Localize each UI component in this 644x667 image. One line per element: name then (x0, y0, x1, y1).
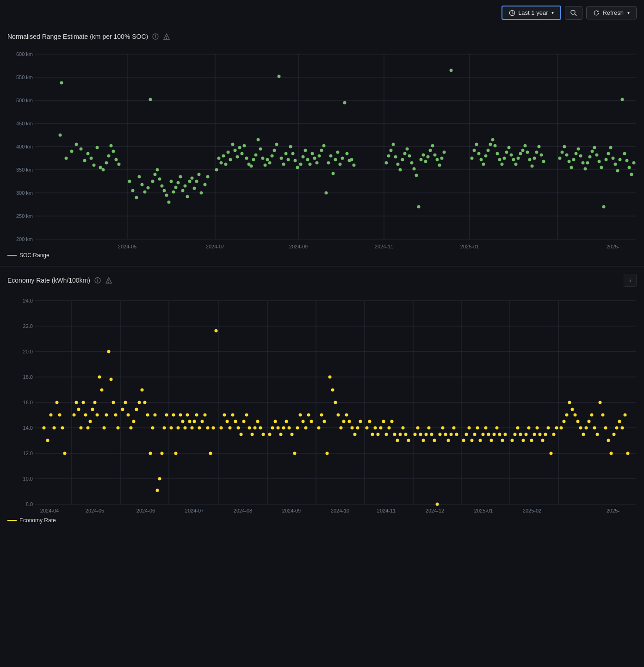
svg-point-155 (396, 163, 400, 166)
svg-point-68 (156, 168, 159, 172)
time-range-button[interactable]: Last 1 year ▾ (502, 6, 561, 20)
svg-point-79 (181, 189, 185, 192)
svg-point-211 (563, 145, 566, 148)
svg-point-387 (307, 414, 310, 417)
chart2-warn-icon[interactable] (105, 277, 112, 284)
svg-point-101 (241, 152, 244, 155)
chart2-info-icon[interactable] (94, 277, 101, 284)
svg-point-299 (63, 452, 67, 455)
svg-point-364 (240, 433, 243, 436)
svg-point-181 (480, 158, 483, 161)
svg-point-459 (527, 426, 531, 430)
svg-point-239 (628, 166, 631, 169)
svg-point-471 (563, 420, 566, 423)
svg-text:18.0: 18.0 (23, 374, 33, 380)
svg-point-394 (331, 389, 334, 392)
svg-point-368 (251, 433, 254, 436)
chart1-info-icon[interactable] (152, 33, 159, 40)
svg-point-491 (618, 420, 621, 423)
svg-point-57 (118, 163, 121, 166)
svg-point-82 (188, 180, 192, 183)
svg-point-450 (498, 433, 502, 436)
svg-point-218 (579, 154, 582, 158)
svg-text:2025-02: 2025-02 (523, 508, 541, 513)
svg-text:20.0: 20.0 (23, 349, 33, 354)
svg-point-445 (484, 426, 488, 430)
svg-point-216 (575, 152, 578, 155)
svg-point-65 (149, 98, 152, 101)
svg-point-482 (593, 426, 596, 430)
svg-point-397 (340, 426, 343, 430)
svg-point-468 (552, 433, 556, 436)
svg-point-494 (626, 452, 630, 455)
svg-point-327 (141, 389, 144, 392)
svg-point-312 (100, 389, 104, 392)
svg-point-172 (436, 158, 439, 161)
svg-point-118 (280, 157, 283, 160)
svg-point-426 (427, 426, 431, 430)
svg-text:250 km: 250 km (16, 213, 33, 219)
svg-point-46 (90, 157, 93, 160)
svg-point-62 (141, 183, 144, 186)
svg-point-303 (80, 426, 83, 430)
svg-text:2024-04: 2024-04 (40, 508, 59, 513)
svg-point-122 (289, 145, 292, 148)
chart1-legend-line (7, 255, 17, 256)
refresh-label: Refresh (602, 9, 624, 16)
svg-point-442 (476, 426, 479, 430)
svg-point-316 (110, 378, 113, 381)
svg-point-226 (598, 160, 601, 163)
svg-point-247 (108, 282, 109, 283)
svg-point-427 (430, 433, 433, 436)
svg-point-434 (450, 433, 453, 436)
svg-point-135 (320, 149, 323, 152)
svg-point-416 (396, 439, 399, 442)
svg-point-339 (172, 414, 175, 417)
svg-point-212 (565, 154, 569, 157)
svg-point-365 (242, 420, 246, 423)
svg-point-92 (220, 161, 223, 165)
search-button[interactable] (565, 6, 582, 20)
svg-point-184 (487, 149, 490, 152)
svg-point-467 (550, 452, 553, 455)
svg-point-105 (250, 165, 253, 168)
chart1-warn-icon[interactable] (163, 33, 170, 40)
svg-point-224 (593, 146, 596, 149)
svg-point-366 (245, 414, 248, 417)
svg-point-164 (417, 205, 421, 209)
svg-point-222 (588, 155, 592, 159)
svg-point-5 (155, 35, 156, 36)
refresh-chevron-icon: ▾ (627, 10, 630, 15)
svg-point-236 (621, 98, 624, 101)
svg-point-438 (465, 433, 468, 436)
svg-point-432 (444, 433, 447, 436)
svg-point-159 (406, 148, 409, 151)
svg-point-196 (514, 163, 518, 166)
svg-point-190 (501, 163, 504, 166)
svg-point-399 (345, 414, 348, 417)
chart2-legend: Economy Rate (0, 513, 644, 531)
svg-point-116 (275, 143, 279, 146)
svg-point-440 (471, 439, 474, 442)
refresh-button[interactable]: Refresh ▾ (586, 6, 637, 19)
svg-point-408 (374, 426, 377, 430)
svg-point-323 (130, 426, 133, 430)
svg-point-395 (334, 401, 337, 404)
svg-point-454 (514, 433, 517, 436)
svg-point-55 (112, 150, 115, 153)
chart2-menu-button[interactable] (624, 274, 637, 287)
svg-point-171 (433, 154, 437, 157)
svg-point-322 (127, 414, 130, 417)
svg-point-233 (614, 163, 617, 166)
svg-text:2024-09: 2024-09 (282, 508, 301, 513)
svg-point-293 (46, 439, 50, 442)
svg-point-189 (498, 158, 502, 161)
svg-point-311 (98, 376, 101, 379)
svg-point-151 (387, 154, 390, 158)
svg-point-133 (316, 161, 319, 165)
svg-point-473 (568, 401, 571, 404)
svg-text:500 km: 500 km (16, 98, 33, 103)
svg-point-80 (184, 185, 187, 188)
svg-point-475 (574, 414, 577, 417)
svg-point-477 (579, 426, 582, 430)
